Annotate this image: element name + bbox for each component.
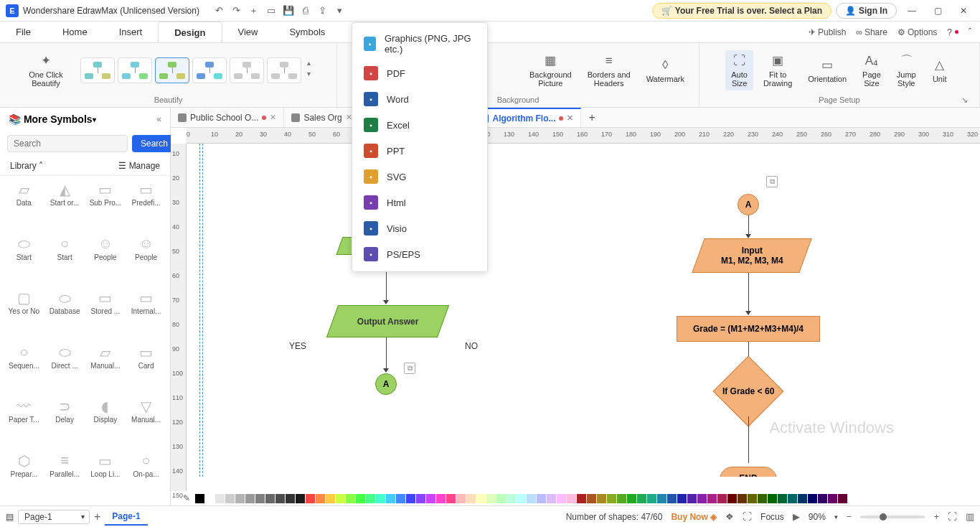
color-swatch[interactable] xyxy=(677,494,687,503)
color-swatch[interactable] xyxy=(346,494,355,503)
pagesetup-launcher-icon[interactable]: ↘ xyxy=(961,95,968,105)
color-swatch[interactable] xyxy=(215,494,225,503)
auto-size-button[interactable]: ⛶Auto Size xyxy=(725,50,753,90)
redo-icon[interactable]: ↷ xyxy=(231,5,242,17)
shape-item[interactable]: ⊃Delay xyxy=(45,396,85,449)
fit-drawing-button[interactable]: ▣Fit to Drawing xyxy=(758,50,798,90)
theme-option-2[interactable] xyxy=(118,57,152,83)
color-swatch[interactable] xyxy=(547,494,556,503)
color-swatch[interactable] xyxy=(466,494,476,503)
shape-item[interactable]: ▱Manual... xyxy=(86,342,126,395)
page-size-button[interactable]: A₄Page Size xyxy=(857,50,887,90)
menu-home[interactable]: Home xyxy=(47,22,103,42)
color-swatch[interactable] xyxy=(386,494,395,503)
color-swatch[interactable] xyxy=(436,494,446,503)
shape-item[interactable]: ≡Parallel... xyxy=(45,450,85,503)
shape-item[interactable]: ☺People xyxy=(126,233,166,286)
manage-button[interactable]: ☰ Manage xyxy=(118,161,160,171)
color-swatch[interactable] xyxy=(456,494,466,503)
shape-item[interactable]: ▭Loop Li... xyxy=(86,450,126,503)
add-tab-button[interactable]: + xyxy=(581,111,602,124)
shape-item[interactable]: ▢Yes or No xyxy=(4,287,44,340)
color-swatch[interactable] xyxy=(336,494,345,503)
help-button[interactable]: ? xyxy=(947,27,958,37)
zoom-value[interactable]: 90% xyxy=(809,512,826,522)
minimize-button[interactable]: — xyxy=(901,3,923,19)
connector[interactable] xyxy=(748,416,749,463)
add-page-button[interactable]: + xyxy=(94,510,100,523)
presentation-icon[interactable]: ▶ xyxy=(793,511,800,522)
color-swatch[interactable] xyxy=(406,494,415,503)
color-swatch[interactable] xyxy=(557,494,566,503)
color-swatch[interactable] xyxy=(758,494,767,503)
buy-now-link[interactable]: Buy Now ◈ xyxy=(671,512,717,522)
theme-option-4[interactable] xyxy=(192,57,227,83)
theme-down-button[interactable]: ▾ xyxy=(304,68,314,79)
canvas[interactable]: 0102030405060708090100110120130140150160… xyxy=(171,128,980,505)
shape-item[interactable]: 〰Paper T... xyxy=(4,396,44,449)
shape-item[interactable]: ▭Card xyxy=(126,342,166,395)
color-swatch[interactable] xyxy=(838,494,847,503)
theme-option-5[interactable] xyxy=(230,57,264,83)
color-swatch[interactable] xyxy=(255,494,265,503)
color-swatch[interactable] xyxy=(577,494,586,503)
color-swatch[interactable] xyxy=(818,494,827,503)
copy-icon[interactable]: ⧉ xyxy=(766,176,778,187)
color-swatch[interactable] xyxy=(195,494,204,503)
connector[interactable] xyxy=(748,215,749,235)
export-word[interactable]: ▪Word xyxy=(352,86,487,112)
color-swatch[interactable] xyxy=(517,494,526,503)
background-picture-button[interactable]: ▦Background Picture xyxy=(524,50,578,90)
menu-file[interactable]: File xyxy=(0,22,47,42)
connector[interactable] xyxy=(386,337,387,370)
color-swatch[interactable] xyxy=(446,494,456,503)
color-swatch[interactable] xyxy=(798,494,807,503)
shape-item[interactable]: ▱Data xyxy=(4,179,44,232)
color-swatch[interactable] xyxy=(617,494,626,503)
color-swatch[interactable] xyxy=(265,494,275,503)
publish-button[interactable]: ✈Publish xyxy=(809,27,846,37)
qat-more-icon[interactable]: ▾ xyxy=(334,5,346,17)
zoom-out-button[interactable]: − xyxy=(847,511,852,522)
export-html[interactable]: ▪Html xyxy=(352,190,487,215)
collapse-ribbon-button[interactable]: ˆ xyxy=(969,27,971,37)
theme-option-1[interactable] xyxy=(80,57,115,83)
color-swatch[interactable] xyxy=(828,494,837,503)
color-swatch[interactable] xyxy=(748,494,757,503)
new-icon[interactable]: ＋ xyxy=(248,5,260,17)
shape-item[interactable]: ⬡Prepar... xyxy=(4,450,44,503)
color-swatch[interactable] xyxy=(486,494,496,503)
color-swatch[interactable] xyxy=(738,494,747,503)
shape-item[interactable]: ▭Predefi... xyxy=(126,179,166,232)
color-swatch[interactable] xyxy=(366,494,375,503)
color-swatch[interactable] xyxy=(376,494,385,503)
color-swatch[interactable] xyxy=(356,494,365,503)
color-swatch[interactable] xyxy=(627,494,636,503)
color-swatch[interactable] xyxy=(396,494,405,503)
flow-shape-formula[interactable]: Grade = (M1+M2+M3+M4)/4 xyxy=(677,316,820,342)
color-swatch[interactable] xyxy=(235,494,245,503)
export-graphics-png-jpg-etc-[interactable]: ▪Graphics (PNG, JPG etc.) xyxy=(352,27,487,60)
options-button[interactable]: ⚙Options xyxy=(897,27,937,37)
eyedropper-icon[interactable]: ✎ xyxy=(183,493,194,503)
close-tab-button[interactable]: ✕ xyxy=(567,113,573,123)
shape-item[interactable]: ▭Sub Pro... xyxy=(86,179,126,232)
menu-insert[interactable]: Insert xyxy=(103,22,159,42)
search-button[interactable]: Search xyxy=(132,135,176,152)
borders-headers-button[interactable]: ≡Borders and Headers xyxy=(582,50,636,90)
color-swatch[interactable] xyxy=(286,494,295,503)
fit-page-icon[interactable]: ⛶ xyxy=(948,511,957,522)
color-swatch[interactable] xyxy=(527,494,536,503)
theme-option-3[interactable] xyxy=(155,57,189,83)
color-swatch[interactable] xyxy=(808,494,817,503)
color-swatch[interactable] xyxy=(667,494,677,503)
color-swatch[interactable] xyxy=(296,494,305,503)
watermark-button[interactable]: ◊Watermark xyxy=(641,55,690,86)
shape-item[interactable]: ◭Start or... xyxy=(45,179,85,232)
color-swatch[interactable] xyxy=(727,494,737,503)
save-icon[interactable]: 💾 xyxy=(283,5,294,17)
trial-banner[interactable]: 🛒 Your Free Trial is over. Select a Plan xyxy=(652,3,831,19)
color-swatch[interactable] xyxy=(245,494,255,503)
shape-item[interactable]: ○Start xyxy=(45,233,85,286)
menu-symbols[interactable]: Symbols xyxy=(273,22,341,42)
